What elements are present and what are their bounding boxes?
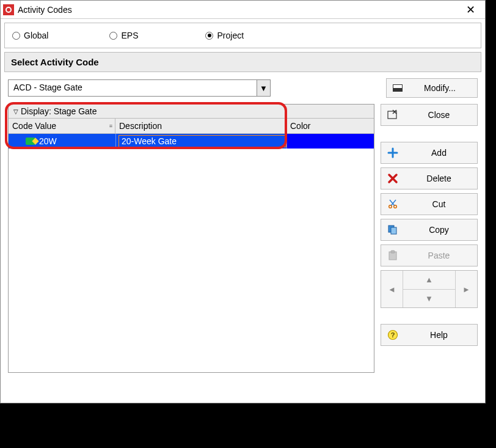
close-button[interactable]: Close xyxy=(381,104,478,126)
svg-rect-8 xyxy=(391,251,395,253)
plus-icon xyxy=(387,147,398,158)
column-code-value[interactable]: Code Value ≡ xyxy=(9,119,115,133)
radio-global-label: Global xyxy=(24,31,48,40)
display-options-bar[interactable]: ▽ Display: Stage Gate xyxy=(9,105,374,119)
column-color[interactable]: Color xyxy=(286,119,374,133)
cell-code: 20W xyxy=(39,136,57,146)
tag-icon xyxy=(26,138,35,145)
radio-global[interactable]: Global xyxy=(12,31,48,40)
dropdown-value: ACD - Stage Gate xyxy=(9,80,257,96)
nav-left-button[interactable]: ◄ xyxy=(381,271,403,307)
close-icon[interactable]: ✕ xyxy=(458,1,483,18)
delete-icon xyxy=(387,173,398,184)
cell-description[interactable]: 20-Week Gate xyxy=(119,135,286,147)
nav-arrows: ◄ ▲ ▼ ► xyxy=(381,270,478,308)
copy-icon xyxy=(387,224,398,235)
close-window-icon xyxy=(387,109,398,120)
code-table: ▽ Display: Stage Gate Code Value ≡ Descr… xyxy=(8,104,374,373)
scope-radio-group: Global EPS Project xyxy=(4,23,481,48)
window-title: Activity Codes xyxy=(18,5,458,15)
add-button[interactable]: Add xyxy=(381,142,478,164)
svg-point-3 xyxy=(389,205,392,208)
help-icon: ? xyxy=(387,329,398,340)
section-header: Select Activity Code xyxy=(4,52,481,72)
scissors-icon xyxy=(387,199,398,210)
nav-up-button[interactable]: ▲ xyxy=(403,271,455,290)
cut-button[interactable]: Cut xyxy=(381,193,478,215)
svg-text:?: ? xyxy=(391,331,395,339)
modify-icon xyxy=(393,84,403,92)
sort-icon: ≡ xyxy=(109,123,111,129)
display-label: Display: Stage Gate xyxy=(21,106,97,116)
titlebar: Activity Codes ✕ xyxy=(1,1,485,19)
column-description[interactable]: Description xyxy=(115,119,286,133)
radio-project-label: Project xyxy=(217,31,244,40)
activity-code-dropdown[interactable]: ACD - Stage Gate ▼ xyxy=(8,79,271,97)
delete-button[interactable]: Delete xyxy=(381,167,478,189)
copy-button[interactable]: Copy xyxy=(381,219,478,241)
modify-button[interactable]: Modify... xyxy=(386,78,478,98)
activity-codes-window: Activity Codes ✕ Global EPS Project Sele… xyxy=(0,0,486,403)
table-header: Code Value ≡ Description Color xyxy=(9,119,374,134)
cell-color[interactable] xyxy=(286,134,374,149)
modify-label: Modify... xyxy=(409,83,471,93)
svg-point-4 xyxy=(394,205,397,208)
radio-eps[interactable]: EPS xyxy=(109,31,138,40)
radio-eps-label: EPS xyxy=(121,31,138,40)
app-icon xyxy=(3,4,14,15)
chevron-down-icon[interactable]: ▼ xyxy=(257,80,270,96)
nav-down-button[interactable]: ▼ xyxy=(403,290,455,308)
paste-icon xyxy=(387,250,398,261)
help-button[interactable]: ? Help xyxy=(381,324,478,346)
side-button-panel: Close Add Delete Cut Copy xyxy=(381,104,478,373)
nav-right-button[interactable]: ► xyxy=(455,271,477,307)
table-row[interactable]: 20W 20-Week Gate xyxy=(9,134,374,149)
radio-project[interactable]: Project xyxy=(205,31,244,40)
paste-button: Paste xyxy=(381,244,478,266)
svg-rect-6 xyxy=(391,227,396,234)
